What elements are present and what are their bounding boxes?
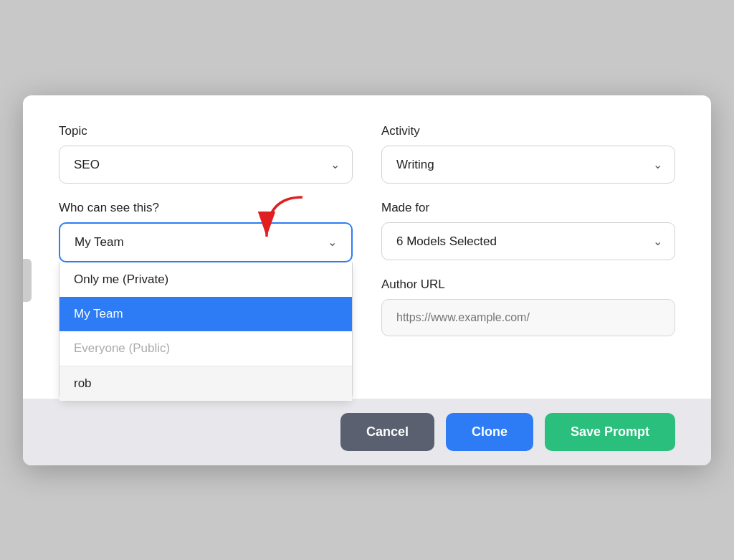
author-url-input[interactable] (381, 299, 675, 336)
activity-group: Activity Writing Research Analysis ⌄ (381, 124, 675, 184)
clone-button[interactable]: Clone (446, 413, 533, 451)
made-for-group: Made for 6 Models Selected ⌄ Author URL (381, 201, 675, 336)
visibility-dropdown-container: My Team ⌄ Only me (Private) My Team Ever… (59, 222, 353, 262)
cancel-button[interactable]: Cancel (340, 413, 434, 451)
visibility-dropdown-menu: Only me (Private) My Team Everyone (Publ… (59, 262, 353, 402)
author-url-group: Author URL (381, 277, 675, 336)
topic-select[interactable]: SEO Marketing Development (59, 146, 353, 184)
visibility-option-private[interactable]: Only me (Private) (59, 262, 352, 297)
topic-select-wrapper: SEO Marketing Development ⌄ (59, 146, 353, 184)
modal-container: Topic SEO Marketing Development ⌄ Activi… (23, 95, 711, 465)
visibility-label: Who can see this? (59, 201, 353, 215)
visibility-option-team[interactable]: My Team (59, 297, 352, 331)
activity-select-wrapper: Writing Research Analysis ⌄ (381, 146, 675, 184)
visibility-chevron-icon: ⌄ (328, 235, 337, 249)
made-for-label: Made for (381, 201, 675, 215)
visibility-dropdown-trigger[interactable]: My Team ⌄ (59, 222, 353, 262)
visibility-selected-value: My Team (75, 235, 124, 250)
visibility-option-public[interactable]: Everyone (Public) (59, 331, 352, 366)
left-tab-decoration (23, 259, 32, 302)
save-prompt-button[interactable]: Save Prompt (545, 413, 675, 451)
visibility-dropdown-footer: rob (59, 366, 352, 401)
made-for-select[interactable]: 6 Models Selected (381, 222, 675, 260)
topic-label: Topic (59, 124, 353, 138)
topic-group: Topic SEO Marketing Development ⌄ (59, 124, 353, 184)
author-url-label: Author URL (381, 277, 675, 292)
visibility-group: Who can see this? My Team ⌄ Only me (Pri… (59, 201, 353, 336)
modal-footer: Cancel Clone Save Prompt (23, 399, 711, 465)
form-grid: Topic SEO Marketing Development ⌄ Activi… (59, 124, 675, 336)
activity-select[interactable]: Writing Research Analysis (381, 146, 675, 184)
made-for-select-wrapper: 6 Models Selected ⌄ (381, 222, 675, 260)
activity-label: Activity (381, 124, 675, 138)
